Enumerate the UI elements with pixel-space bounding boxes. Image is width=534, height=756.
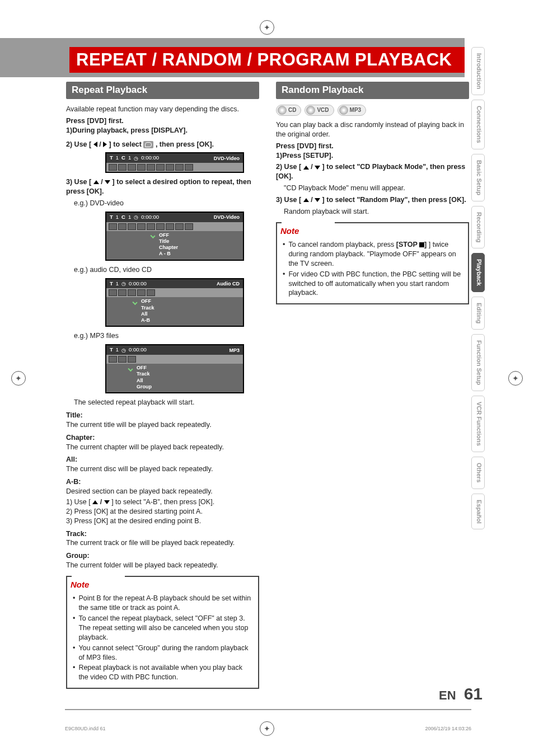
content-columns: Repeat Playback Available repeat functio… (66, 82, 469, 689)
osd-icon-row (106, 163, 243, 172)
check-icon (129, 366, 134, 370)
selected-start: The selected repeat playback will start. (74, 398, 259, 407)
side-tabs: Introduction Connections Basic Setup Rec… (471, 47, 485, 529)
tab-recording[interactable]: Recording (471, 206, 485, 248)
repeat-step1: 1)During playback, press [DISPLAY]. (66, 126, 259, 135)
tab-function-setup[interactable]: Function Setup (471, 334, 485, 391)
repeat-step2: 2) Use [ / ] to select , then press [OK]… (66, 140, 259, 149)
crop-mark-right: ✦ (508, 371, 523, 386)
ab-step-2: 2) Press [OK] at the desired starting po… (66, 507, 259, 516)
term-title: Title: (66, 411, 259, 420)
osd-display-1: T1 C1 ◷ 0:00:00 DVD-Video (105, 152, 244, 173)
desc-track: The current track or file will be played… (66, 538, 259, 548)
disc-badges: CD VCD MP3 (276, 105, 469, 116)
repeat-loop-icon (143, 141, 153, 148)
clock-icon: ◷ (121, 280, 126, 287)
footer-lang: EN (439, 688, 456, 703)
footer-page: 61 (464, 684, 483, 703)
page-title: REPEAT / RANDOM / PROGRAM PLAYBACK (69, 47, 465, 73)
random-heading: Random Playback (276, 82, 469, 99)
triangle-right-icon (103, 142, 107, 147)
repeat-intro: Available repeat function may vary depen… (66, 105, 259, 114)
page-footer: EN 61 (439, 684, 483, 703)
disc-vcd-badge: VCD (305, 105, 334, 116)
col-random: Random Playback CD VCD MP3 You can play … (276, 82, 469, 689)
osd-display-2: T1 C1 ◷ 0:00:00 DVD-Video OFF Title Chap… (105, 212, 244, 261)
col-repeat: Repeat Playback Available repeat functio… (66, 82, 259, 689)
random-press-first: Press [DVD] first. (276, 142, 469, 151)
desc-chapter: The current chapter will be played back … (66, 443, 259, 452)
osd-display-4: T1 ◷ 0:00:00 MP3 OFF Track All Group (105, 344, 244, 393)
disc-icon (306, 106, 315, 115)
check-icon (151, 233, 157, 237)
stop-icon (419, 242, 424, 247)
print-metadata: E9C80UD.indd 61 2006/12/19 14:03:26 (65, 726, 471, 731)
osd-display-3: T1 ◷ 0:00:00 Audio CD OFF Track All A-B (105, 278, 244, 327)
note-item: Repeat playback is not available when yo… (73, 663, 252, 682)
tab-others[interactable]: Others (471, 457, 485, 489)
desc-group: The current folder will be played back r… (66, 561, 259, 570)
tab-vcr-functions[interactable]: VCR Functions (471, 396, 485, 452)
eg-cd-label: e.g.) audio CD, video CD (74, 265, 259, 275)
repeat-heading: Repeat Playback (66, 82, 259, 99)
print-file: E9C80UD.indd 61 (65, 726, 106, 731)
tab-introduction[interactable]: Introduction (471, 47, 485, 95)
print-timestamp: 2006/12/19 14:03:26 (425, 726, 471, 731)
note-item: For video CD with PBC function, the PBC … (283, 270, 462, 298)
crop-mark-top: ✦ (260, 20, 274, 35)
desc-title: The current title will be played back re… (66, 420, 259, 430)
random-note-box: Note To cancel random playback, press [S… (276, 222, 469, 305)
footer-rule (65, 709, 471, 710)
ab-step-1: 1) Use [ / ] to select "A-B", then press… (66, 497, 259, 507)
ab-step-3: 3) Press [OK] at the desired ending poin… (66, 516, 259, 526)
triangle-up-icon (93, 180, 99, 184)
term-ab: A-B: (66, 477, 259, 487)
term-track: Track: (66, 529, 259, 539)
crop-mark-left: ✦ (11, 371, 26, 386)
tab-playback[interactable]: Playback (471, 253, 485, 292)
repeat-note-box: Note Point B for the repeat A-B playback… (66, 576, 259, 689)
desc-all: The current disc will be played back rep… (66, 464, 259, 474)
check-icon (133, 299, 139, 304)
disc-cd-badge: CD (276, 105, 301, 116)
disc-icon (339, 106, 348, 115)
term-all: All: (66, 455, 259, 464)
random-step1: 1)Press [SETUP]. (276, 151, 469, 161)
desc-ab: Desired section can be played back repea… (66, 487, 259, 496)
random-step3: 3) Use [ / ] to select "Random Play", th… (276, 195, 469, 205)
triangle-down-icon (105, 180, 110, 184)
disc-mp3-badge: MP3 (338, 105, 367, 116)
disc-icon (278, 106, 287, 115)
clock-icon: ◷ (134, 214, 138, 220)
triangle-down-icon (315, 166, 320, 170)
triangle-down-icon (104, 500, 110, 504)
triangle-down-icon (315, 198, 320, 202)
random-step2-sub: "CD Playback Mode" menu will appear. (284, 184, 469, 193)
note-title: Note (67, 579, 92, 590)
tab-basic-setup[interactable]: Basic Setup (471, 154, 485, 201)
clock-icon: ◷ (121, 347, 126, 354)
triangle-left-icon (93, 142, 97, 147)
triangle-up-icon (92, 500, 98, 504)
note-item: To cancel the repeat playback, select "O… (73, 614, 252, 642)
random-step2: 2) Use [ / ] to select "CD Playback Mode… (276, 162, 469, 181)
tab-connections[interactable]: Connections (471, 100, 485, 149)
repeat-step3: 3) Use [ / ] to select a desired option … (66, 177, 259, 196)
random-intro: You can play back a disc randomly instea… (276, 120, 469, 139)
eg-mp3-label: e.g.) MP3 files (74, 331, 259, 341)
note-item: You cannot select "Group" during the ran… (73, 644, 252, 663)
random-step3-sub: Random playback will start. (284, 207, 469, 217)
triangle-up-icon (303, 166, 309, 170)
note-title: Note (277, 226, 302, 237)
term-group: Group: (66, 551, 259, 561)
tab-espanol[interactable]: Español (471, 494, 485, 530)
triangle-up-icon (303, 198, 309, 202)
eg-dvd-label: e.g.) DVD-video (74, 199, 259, 208)
note-item: Point B for the repeat A-B playback shou… (73, 594, 252, 613)
clock-icon: ◷ (134, 155, 138, 162)
repeat-press-first: Press [DVD] first. (66, 116, 259, 126)
tab-editing[interactable]: Editing (471, 297, 485, 330)
note-item: To cancel random playback, press [STOP ]… (283, 240, 462, 269)
term-chapter: Chapter: (66, 433, 259, 443)
